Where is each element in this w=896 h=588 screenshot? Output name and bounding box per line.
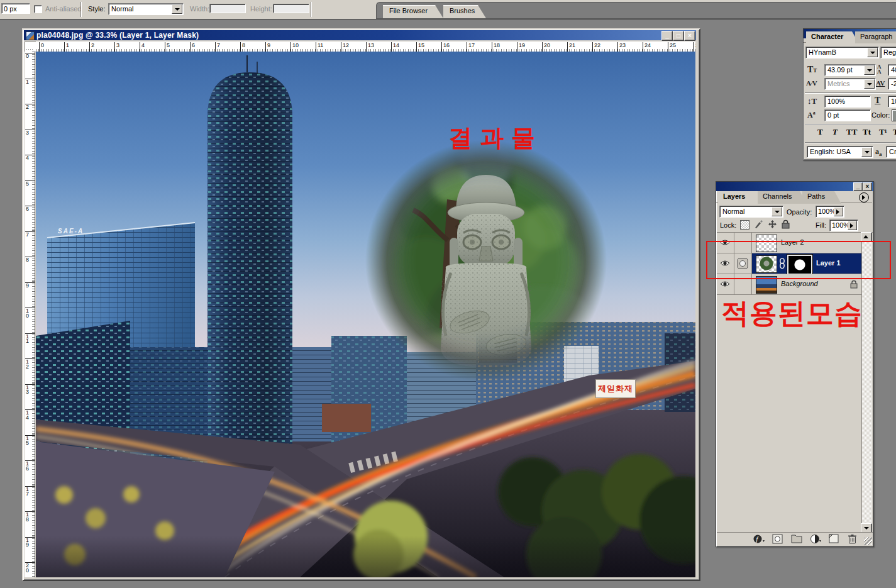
vertical-scale-field[interactable]: 100% bbox=[824, 96, 871, 108]
dropdown-arrow-icon[interactable] bbox=[861, 147, 872, 157]
vertical-scale-icon: ↕T bbox=[807, 96, 817, 106]
visibility-toggle[interactable] bbox=[717, 253, 734, 274]
layer2-name[interactable]: Layer 2 bbox=[781, 238, 804, 246]
anti-aliased-checkbox[interactable] bbox=[34, 5, 42, 13]
faux-bold-button[interactable]: T bbox=[817, 127, 823, 137]
layer1-name[interactable]: Layer 1 bbox=[816, 259, 841, 267]
baseline-shift-field[interactable]: 0 pt bbox=[824, 109, 871, 121]
dropdown-arrow-icon[interactable] bbox=[172, 4, 182, 14]
palette-minimize-button[interactable]: _ bbox=[853, 182, 863, 191]
lock-label: Lock: bbox=[720, 221, 736, 229]
layer2-thumbnail[interactable] bbox=[756, 235, 777, 252]
background-lock-icon bbox=[850, 280, 858, 289]
visibility-toggle[interactable] bbox=[717, 233, 734, 253]
new-layer-set-folder-icon[interactable] bbox=[791, 534, 802, 544]
layer1-mask-thumbnail[interactable] bbox=[787, 255, 812, 275]
tab-channels[interactable]: Channels bbox=[758, 191, 807, 204]
delete-layer-trash-icon[interactable] bbox=[848, 534, 859, 544]
h-ruler[interactable]: 0123456789101112131415161718192021222324… bbox=[36, 42, 695, 52]
eye-icon bbox=[720, 280, 730, 287]
font-family-dropdown[interactable]: HYnamB bbox=[805, 47, 879, 58]
document-canvas[interactable] bbox=[36, 52, 695, 577]
close-button[interactable]: × bbox=[684, 31, 695, 41]
palette-menu-button[interactable] bbox=[859, 192, 869, 202]
style-label: Style: bbox=[88, 5, 106, 13]
feather-input[interactable] bbox=[1, 3, 30, 14]
anti-alias-dropdown[interactable]: Cr bbox=[886, 146, 896, 158]
minimize-button[interactable]: _ bbox=[661, 31, 673, 41]
palette-resize-grip[interactable] bbox=[864, 537, 872, 545]
layer-effects-icon[interactable]: f bbox=[753, 534, 765, 544]
layer1-thumbnail[interactable] bbox=[756, 255, 777, 273]
leading-icon: AA bbox=[877, 64, 882, 74]
text-color-swatch[interactable] bbox=[892, 109, 896, 121]
eye-icon bbox=[720, 260, 730, 267]
baseline-shift-icon: Aa bbox=[807, 110, 816, 120]
tab-layers[interactable]: Layers bbox=[718, 191, 762, 204]
layer-row-layer2[interactable]: Layer 2 bbox=[717, 233, 861, 253]
tracking-dropdown[interactable]: -25 bbox=[888, 78, 896, 90]
new-layer-icon[interactable] bbox=[829, 534, 840, 544]
language-dropdown[interactable]: English: USA bbox=[807, 146, 873, 158]
width-input[interactable] bbox=[209, 4, 246, 13]
v-ruler[interactable]: 01234567891011121314151617181920 bbox=[25, 52, 35, 577]
result-annotation-text: 결과물 bbox=[448, 122, 543, 154]
link-well[interactable] bbox=[734, 274, 752, 294]
scrollbar-track[interactable] bbox=[861, 241, 872, 523]
tool-options-bar: Anti-aliased Style: Normal Width: Height… bbox=[0, 0, 896, 19]
blend-mode-dropdown[interactable]: Normal bbox=[719, 206, 783, 218]
ruler-origin-corner[interactable] bbox=[25, 42, 36, 52]
tab-file-browser[interactable]: File Browser bbox=[383, 5, 443, 18]
font-style-dropdown[interactable]: Regu bbox=[880, 47, 896, 58]
layers-palette: _ × Layers Channels Paths Normal Opacity… bbox=[716, 181, 874, 547]
tab-paragraph[interactable]: Paragraph bbox=[855, 31, 896, 43]
layer-row-layer1[interactable]: Layer 1 bbox=[717, 253, 861, 274]
lock-pixels-brush-icon[interactable] bbox=[754, 219, 763, 229]
visibility-toggle[interactable] bbox=[717, 274, 734, 294]
layers-palette-title-bar[interactable]: _ × bbox=[716, 182, 873, 191]
horizontal-scale-field[interactable]: 100 bbox=[888, 96, 896, 108]
tracking-icon: AV bbox=[876, 79, 885, 87]
layer-row-background[interactable]: Background bbox=[717, 274, 861, 295]
background-thumbnail[interactable] bbox=[756, 276, 777, 294]
dropdown-arrow-icon[interactable] bbox=[772, 207, 782, 216]
superscript-button[interactable]: T¹ bbox=[879, 127, 887, 137]
mask-edit-mode-badge bbox=[734, 253, 752, 274]
palette-well: File Browser Brushes bbox=[376, 2, 896, 19]
adjustment-layer-icon[interactable] bbox=[810, 534, 821, 544]
opacity-field[interactable]: 100% bbox=[816, 206, 844, 218]
applied-annotation-text: 적용된모습 bbox=[721, 295, 863, 332]
background-name[interactable]: Background bbox=[781, 280, 818, 287]
document-title: pla04048.jpg @ 33.3% (Layer 1, Layer Mas… bbox=[36, 30, 199, 40]
subscript-button[interactable]: T₁ bbox=[893, 127, 896, 137]
lock-all-icon[interactable] bbox=[782, 219, 790, 229]
kerning-icon: A⁄V bbox=[806, 79, 817, 87]
lock-position-move-icon[interactable] bbox=[768, 219, 777, 229]
add-layer-mask-icon[interactable] bbox=[772, 534, 783, 544]
style-dropdown[interactable]: Normal bbox=[108, 3, 184, 15]
faux-italic-button[interactable]: T bbox=[832, 127, 838, 137]
palette-close-button[interactable]: × bbox=[863, 182, 872, 191]
tab-character[interactable]: Character bbox=[806, 31, 859, 43]
lock-transparency-icon[interactable] bbox=[740, 220, 749, 230]
dropdown-arrow-icon[interactable] bbox=[864, 79, 875, 89]
leading-dropdown[interactable]: 40. bbox=[888, 64, 896, 76]
height-input[interactable] bbox=[273, 4, 309, 13]
font-size-dropdown[interactable]: 43.09 pt bbox=[824, 64, 876, 76]
small-caps-button[interactable]: Tt bbox=[863, 127, 871, 137]
maximize-button[interactable]: □ bbox=[673, 31, 684, 41]
horizontal-scale-icon: T bbox=[875, 96, 880, 106]
fill-slider-button[interactable] bbox=[848, 221, 857, 230]
dropdown-arrow-icon[interactable] bbox=[867, 48, 878, 57]
tab-paths[interactable]: Paths bbox=[802, 191, 841, 204]
link-well[interactable] bbox=[734, 233, 752, 253]
kerning-dropdown[interactable]: Metrics bbox=[824, 78, 876, 90]
dropdown-arrow-icon[interactable] bbox=[864, 65, 875, 75]
tab-brushes[interactable]: Brushes bbox=[443, 5, 486, 18]
fill-label: Fill: bbox=[816, 221, 826, 229]
all-caps-button[interactable]: TT bbox=[846, 127, 857, 137]
fill-field[interactable]: 100% bbox=[829, 219, 858, 231]
document-title-bar[interactable]: pla04048.jpg @ 33.3% (Layer 1, Layer Mas… bbox=[24, 30, 696, 40]
opacity-slider-button[interactable] bbox=[834, 207, 843, 216]
options-separator-2 bbox=[311, 2, 312, 17]
